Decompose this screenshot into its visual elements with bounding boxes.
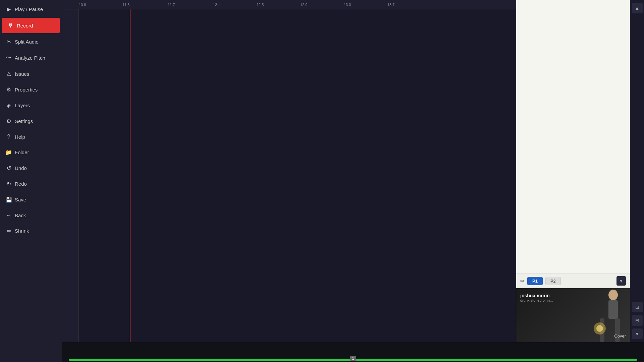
properties-button[interactable]: ⚙ Properties — [0, 82, 62, 98]
scroll-up-icon-btn[interactable]: ▲ — [632, 3, 643, 13]
analyze-pitch-button[interactable]: 〜 Analyze Pitch — [0, 50, 62, 66]
play-pause-button[interactable]: ▶ Play / Pause — [0, 1, 62, 17]
right-icons-panel: ▲ ⊡ ⊟ ▼ — [630, 0, 644, 342]
help-button[interactable]: ? Help — [0, 129, 62, 144]
album-art: joshua morin drunk stoned or in... — [516, 288, 630, 342]
piano-roll-body[interactable] — [62, 9, 516, 342]
cover-label: Cover — [614, 334, 626, 339]
page1-button[interactable]: P1 — [527, 277, 543, 285]
collapse-icon-btn[interactable]: ⊟ — [632, 315, 643, 326]
save-button[interactable]: 💾 Save — [0, 192, 62, 207]
sidebar: ▶ Play / Pause 🎙 Record ✂ Split Audio 〜 … — [0, 0, 62, 362]
split-icon: ✂ — [5, 39, 12, 45]
back-button[interactable]: ← Back — [0, 207, 62, 223]
lyrics-panel: ✏ P1 P2 ▼ joshua morin drunk stoned or i… — [516, 0, 630, 342]
settings-button[interactable]: ⚙ Settings — [0, 113, 62, 129]
album-cover: joshua morin drunk stoned or in... — [516, 288, 630, 342]
record-button[interactable]: 🎙 Record — [2, 18, 60, 33]
shrink-icon: ⇔ — [5, 228, 12, 234]
album-subtitle: drunk stoned or in... — [520, 298, 553, 302]
settings-icon: ⚙ — [5, 118, 12, 124]
scroll-bottom-icon-btn[interactable]: ▼ — [632, 328, 643, 339]
content-area: 10.811.311.712.112.512.913.313.7 — [62, 0, 644, 342]
edit-lyrics-button[interactable]: ✏ — [520, 278, 525, 284]
redo-icon: ↻ — [5, 181, 12, 187]
bottom-waveform[interactable]: 1 — [62, 342, 644, 362]
undo-button[interactable]: ↺ Undo — [0, 160, 62, 176]
progress-indicator: 1 — [350, 356, 356, 361]
page2-button[interactable]: P2 — [545, 277, 561, 285]
playhead — [130, 9, 130, 342]
folder-icon: 📁 — [5, 149, 12, 156]
undo-icon: ↺ — [5, 165, 12, 171]
timeline-mark: 13.3 — [344, 3, 351, 7]
waveform-bar-container: 1 — [62, 342, 644, 362]
shrink-button[interactable]: ⇔ Shrink — [0, 223, 62, 239]
analyze-icon: 〜 — [5, 54, 12, 61]
expand-icon-btn[interactable]: ⊡ — [632, 302, 643, 312]
timeline-marks: 10.811.311.712.112.512.913.313.7 — [79, 0, 516, 9]
timeline-mark: 10.8 — [79, 3, 86, 7]
pitch-labels — [62, 9, 79, 342]
layers-button[interactable]: ◈ Layers — [0, 98, 62, 113]
folder-button[interactable]: 📁 Folder — [0, 144, 62, 160]
lyrics-controls: ✏ P1 P2 ▼ — [516, 273, 630, 288]
help-icon: ? — [5, 134, 12, 140]
main-area: 10.811.311.712.112.512.913.313.7 — [62, 0, 644, 362]
record-icon: 🎙 — [7, 22, 14, 28]
album-info: joshua morin drunk stoned or in... — [520, 293, 553, 302]
timeline-mark: 12.9 — [300, 3, 307, 7]
artist-name: joshua morin — [520, 293, 553, 298]
timeline-mark: 12.1 — [213, 3, 220, 7]
properties-icon: ⚙ — [5, 86, 12, 93]
issues-icon: ⚠ — [5, 71, 12, 77]
svg-point-5 — [596, 325, 603, 332]
back-icon: ← — [5, 212, 12, 218]
redo-button[interactable]: ↻ Redo — [0, 176, 62, 192]
save-icon: 💾 — [5, 196, 12, 203]
layers-icon: ◈ — [5, 102, 12, 109]
issues-button[interactable]: ⚠ Issues — [0, 66, 62, 82]
svg-point-0 — [608, 290, 618, 300]
piano-roll[interactable]: 10.811.311.712.112.512.913.313.7 — [62, 0, 516, 342]
svg-rect-1 — [608, 300, 618, 319]
timeline-header: 10.811.311.712.112.512.913.313.7 — [62, 0, 516, 9]
timeline-mark: 12.5 — [257, 3, 264, 7]
lyrics-text — [516, 0, 630, 273]
timeline-mark: 13.7 — [387, 3, 394, 7]
roll-canvas[interactable] — [79, 9, 516, 342]
scroll-down-button[interactable]: ▼ — [616, 276, 626, 286]
timeline-mark: 11.3 — [122, 3, 129, 7]
split-audio-button[interactable]: ✂ Split Audio — [0, 34, 62, 50]
timeline-mark: 11.7 — [168, 3, 175, 7]
play-icon: ▶ — [5, 6, 12, 12]
